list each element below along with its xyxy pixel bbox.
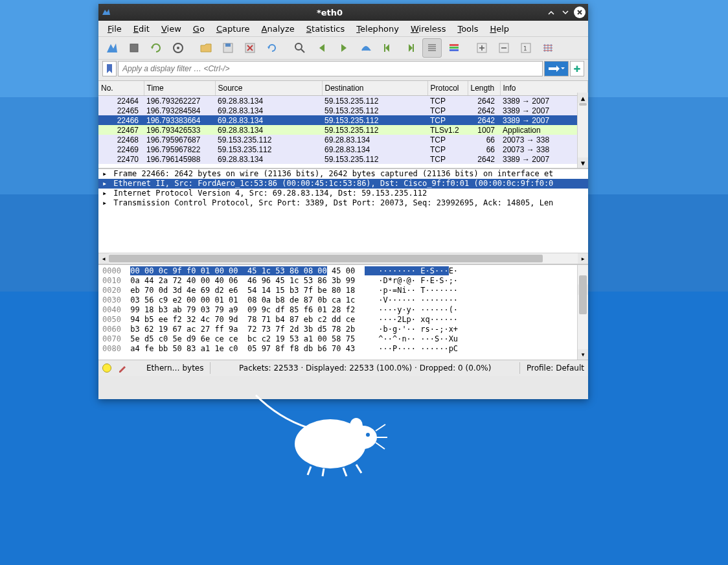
svg-rect-8 — [413, 44, 414, 52]
statusbar: Ethern… bytes Packets: 22533 · Displayed… — [98, 360, 588, 376]
menu-view[interactable]: View — [156, 23, 187, 35]
packet-row[interactable]: 22464196.79326222769.28.83.13459.153.235… — [98, 96, 588, 106]
window-title: *eth0 — [114, 8, 545, 17]
menu-statistics[interactable]: Statistics — [301, 23, 350, 35]
menubar: FileEditViewGoCaptureAnalyzeStatisticsTe… — [98, 21, 588, 37]
menu-go[interactable]: Go — [188, 23, 210, 35]
zoom-in-icon[interactable] — [472, 38, 492, 58]
menu-telephony[interactable]: Telephony — [351, 23, 404, 35]
details-hscrollbar[interactable]: ◂ ▸ — [98, 253, 588, 264]
resize-columns-icon[interactable] — [538, 38, 558, 58]
filter-add-button[interactable]: ✚ — [570, 61, 584, 76]
detail-row[interactable]: ▸ Frame 22466: 2642 bytes on wire (21136… — [98, 169, 588, 179]
packet-details-pane[interactable]: ▸ Frame 22466: 2642 bytes on wire (21136… — [98, 168, 588, 264]
column-header-no[interactable]: No. — [98, 81, 144, 96]
status-left: Ethern… bytes — [146, 363, 203, 373]
hex-scrollbar[interactable]: ▴ ▾ — [577, 265, 588, 360]
packet-row[interactable]: 22465196.79328458469.28.83.13459.153.235… — [98, 106, 588, 115]
save-file-icon[interactable] — [218, 38, 238, 58]
menu-wireless[interactable]: Wireless — [405, 23, 451, 35]
scroll-right-icon[interactable]: ▸ — [578, 253, 588, 264]
status-packets: Packets: 22533 · Displayed: 22533 (100.0… — [217, 363, 513, 373]
menu-tools[interactable]: Tools — [452, 23, 483, 35]
packet-row[interactable]: 22468196.79596768759.153.235.11269.28.83… — [98, 135, 588, 144]
go-forward-icon[interactable] — [334, 38, 354, 58]
svg-point-18 — [366, 433, 370, 437]
column-header-destination[interactable]: Destination — [322, 81, 427, 96]
xfce-mouse-logo — [246, 392, 402, 483]
go-back-icon[interactable] — [312, 38, 332, 58]
scroll-up-icon[interactable]: ▴ — [578, 93, 588, 103]
hex-content[interactable]: 0000 00 00 0c 9f f0 01 00 00 45 1c 53 86… — [102, 266, 584, 354]
column-header-info[interactable]: Info — [500, 81, 588, 96]
reload-icon[interactable] — [262, 38, 282, 58]
wireshark-window: *eth0 FileEditViewGoCaptureAnalyzeStatis… — [98, 4, 588, 399]
svg-point-2 — [177, 47, 179, 49]
shark-fin-icon[interactable] — [102, 38, 122, 58]
svg-rect-4 — [225, 43, 231, 47]
display-filter-input[interactable] — [118, 61, 543, 76]
menu-file[interactable]: File — [102, 23, 127, 35]
capture-options-icon[interactable] — [168, 38, 188, 58]
svg-rect-0 — [130, 44, 138, 52]
packet-row[interactable]: 22467196.79342653369.28.83.13459.153.235… — [98, 125, 588, 135]
svg-point-19 — [350, 418, 363, 433]
column-header-time[interactable]: Time — [144, 81, 215, 96]
column-header-length[interactable]: Length — [468, 81, 500, 96]
menu-analyze[interactable]: Analyze — [256, 23, 300, 35]
menu-help[interactable]: Help — [484, 23, 514, 35]
menu-edit[interactable]: Edit — [128, 23, 155, 35]
zoom-out-icon[interactable] — [494, 38, 514, 58]
titlebar: *eth0 — [98, 4, 588, 21]
svg-rect-11 — [449, 49, 459, 51]
go-last-icon[interactable] — [400, 38, 420, 58]
detail-row[interactable]: ▸ Transmission Control Protocol, Src Por… — [98, 198, 588, 208]
expert-info-icon[interactable] — [102, 363, 111, 373]
svg-rect-10 — [449, 47, 459, 49]
edit-capture-comment-icon[interactable] — [118, 363, 127, 373]
scroll-left-icon[interactable]: ◂ — [98, 253, 109, 264]
column-header-source[interactable]: Source — [215, 81, 322, 96]
scroll-down-icon[interactable]: ▾ — [578, 157, 588, 168]
menu-capture[interactable]: Capture — [211, 23, 255, 35]
go-first-icon[interactable] — [378, 38, 398, 58]
close-button[interactable] — [574, 6, 586, 18]
packet-bytes-pane[interactable]: 0000 00 00 0c 9f f0 01 00 00 45 1c 53 86… — [98, 264, 588, 360]
toolbar: 1 — [98, 37, 588, 60]
filter-bar: ✚ — [98, 60, 588, 80]
scroll-thumb[interactable] — [579, 103, 587, 106]
detail-row[interactable]: ▸ Internet Protocol Version 4, Src: 69.2… — [98, 189, 588, 198]
autoscroll-icon[interactable] — [422, 38, 442, 58]
stop-capture-icon[interactable] — [124, 38, 144, 58]
scroll-thumb[interactable] — [579, 275, 587, 314]
find-icon[interactable] — [290, 38, 310, 58]
minimize-button[interactable] — [545, 6, 557, 18]
maximize-button[interactable] — [560, 6, 571, 18]
restart-capture-icon[interactable] — [146, 38, 166, 58]
packet-list-pane[interactable]: No.TimeSourceDestinationProtocolLengthIn… — [98, 80, 588, 168]
packet-row[interactable]: 22466196.79338366469.28.83.13459.153.235… — [98, 115, 588, 125]
svg-point-6 — [295, 43, 302, 50]
scroll-thumb[interactable] — [109, 255, 543, 262]
open-file-icon[interactable] — [196, 38, 216, 58]
svg-rect-7 — [384, 44, 385, 52]
packet-row[interactable]: 22469196.79596782259.153.235.11269.28.83… — [98, 144, 588, 154]
zoom-reset-icon[interactable]: 1 — [516, 38, 536, 58]
colorize-icon[interactable] — [444, 38, 464, 58]
status-profile[interactable]: Profile: Default — [527, 363, 584, 373]
svg-rect-9 — [449, 44, 459, 46]
close-file-icon[interactable] — [240, 38, 260, 58]
column-header-protocol[interactable]: Protocol — [427, 81, 468, 96]
app-icon — [101, 7, 111, 17]
scroll-down-icon[interactable]: ▾ — [578, 349, 588, 360]
filter-bookmark-button[interactable] — [102, 61, 117, 76]
filter-apply-button[interactable] — [544, 61, 569, 76]
detail-row[interactable]: ▸ Ethernet II, Src: FordAero_1c:53:86 (0… — [98, 179, 588, 189]
svg-text:1: 1 — [523, 45, 527, 52]
packet-list-scrollbar[interactable]: ▴ ▾ — [577, 93, 588, 168]
packet-row[interactable]: 22470196.79614598869.28.83.13459.153.235… — [98, 154, 588, 164]
go-to-packet-icon[interactable] — [356, 38, 376, 58]
